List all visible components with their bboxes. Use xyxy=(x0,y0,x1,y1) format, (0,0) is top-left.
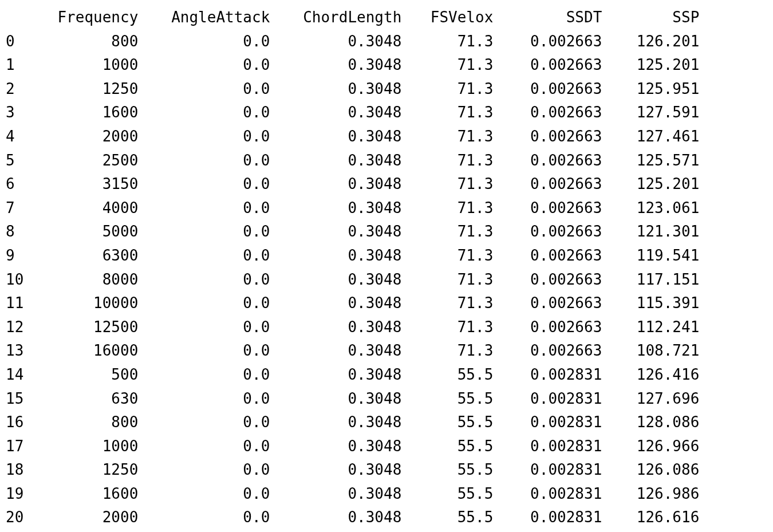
cell-angleattack: 0.0 xyxy=(138,291,270,316)
cell-chordlength: 0.3048 xyxy=(270,220,401,244)
cell-fsvelox: 71.3 xyxy=(401,30,493,54)
cell-ssdt: 0.002663 xyxy=(493,339,602,363)
cell-ssp: 126.201 xyxy=(602,30,699,54)
cell-chordlength: 0.3048 xyxy=(270,149,401,173)
cell-ssdt: 0.002831 xyxy=(493,363,602,387)
cell-chordlength: 0.3048 xyxy=(270,482,401,506)
cell-frequency: 2000 xyxy=(35,506,138,530)
cell-ssdt: 0.002831 xyxy=(493,387,602,411)
cell-chordlength: 0.3048 xyxy=(270,244,401,268)
cell-frequency: 2000 xyxy=(35,125,138,149)
cell-angleattack: 0.0 xyxy=(138,196,270,220)
row-index: 4 xyxy=(6,125,35,149)
cell-ssp: 112.241 xyxy=(602,316,699,340)
table-row: 08000.00.304871.30.002663126.201 xyxy=(6,30,699,54)
cell-frequency: 6300 xyxy=(35,244,138,268)
row-index: 19 xyxy=(6,482,35,506)
table-row: 1710000.00.304855.50.002831126.966 xyxy=(6,435,699,459)
cell-ssdt: 0.002663 xyxy=(493,30,602,54)
cell-fsvelox: 55.5 xyxy=(401,458,493,482)
cell-frequency: 4000 xyxy=(35,196,138,220)
row-index: 20 xyxy=(6,506,35,530)
row-index: 13 xyxy=(6,339,35,363)
cell-angleattack: 0.0 xyxy=(138,149,270,173)
cell-angleattack: 0.0 xyxy=(138,77,270,101)
cell-ssp: 115.391 xyxy=(602,291,699,316)
cell-chordlength: 0.3048 xyxy=(270,30,401,54)
row-index: 2 xyxy=(6,77,35,101)
table-row: 212500.00.304871.30.002663125.951 xyxy=(6,77,699,101)
cell-chordlength: 0.3048 xyxy=(270,411,401,435)
cell-frequency: 5000 xyxy=(35,220,138,244)
cell-fsvelox: 71.3 xyxy=(401,244,493,268)
cell-fsvelox: 71.3 xyxy=(401,125,493,149)
cell-angleattack: 0.0 xyxy=(138,458,270,482)
cell-ssdt: 0.002663 xyxy=(493,220,602,244)
cell-ssdt: 0.002663 xyxy=(493,291,602,316)
cell-ssdt: 0.002831 xyxy=(493,458,602,482)
row-index: 6 xyxy=(6,172,35,196)
cell-chordlength: 0.3048 xyxy=(270,506,401,530)
cell-ssp: 128.086 xyxy=(602,411,699,435)
cell-frequency: 2500 xyxy=(35,149,138,173)
row-index: 7 xyxy=(6,196,35,220)
cell-frequency: 1000 xyxy=(35,435,138,459)
cell-chordlength: 0.3048 xyxy=(270,339,401,363)
table-row: 2020000.00.304855.50.002831126.616 xyxy=(6,506,699,530)
cell-fsvelox: 71.3 xyxy=(401,268,493,292)
table-row: 11100000.00.304871.30.002663115.391 xyxy=(6,291,699,316)
cell-ssdt: 0.002663 xyxy=(493,53,602,77)
cell-ssdt: 0.002831 xyxy=(493,482,602,506)
cell-fsvelox: 71.3 xyxy=(401,339,493,363)
cell-ssdt: 0.002663 xyxy=(493,244,602,268)
cell-frequency: 10000 xyxy=(35,291,138,316)
table-row: 110000.00.304871.30.002663125.201 xyxy=(6,53,699,77)
cell-frequency: 800 xyxy=(35,411,138,435)
col-header-frequency: Frequency xyxy=(35,6,138,30)
cell-ssp: 127.461 xyxy=(602,125,699,149)
cell-fsvelox: 71.3 xyxy=(401,77,493,101)
cell-fsvelox: 55.5 xyxy=(401,363,493,387)
cell-angleattack: 0.0 xyxy=(138,125,270,149)
cell-chordlength: 0.3048 xyxy=(270,363,401,387)
cell-fsvelox: 71.3 xyxy=(401,149,493,173)
cell-ssp: 126.616 xyxy=(602,506,699,530)
dataframe-table: Frequency AngleAttack ChordLength FSVelo… xyxy=(6,6,699,530)
table-row: 631500.00.304871.30.002663125.201 xyxy=(6,172,699,196)
cell-angleattack: 0.0 xyxy=(138,101,270,125)
cell-ssp: 125.201 xyxy=(602,53,699,77)
cell-fsvelox: 71.3 xyxy=(401,291,493,316)
col-header-fsvelox: FSVelox xyxy=(401,6,493,30)
cell-angleattack: 0.0 xyxy=(138,339,270,363)
table-row: 13160000.00.304871.30.002663108.721 xyxy=(6,339,699,363)
cell-angleattack: 0.0 xyxy=(138,244,270,268)
cell-ssdt: 0.002663 xyxy=(493,125,602,149)
table-row: 156300.00.304855.50.002831127.696 xyxy=(6,387,699,411)
row-index: 17 xyxy=(6,435,35,459)
cell-angleattack: 0.0 xyxy=(138,268,270,292)
cell-chordlength: 0.3048 xyxy=(270,125,401,149)
cell-frequency: 630 xyxy=(35,387,138,411)
cell-ssdt: 0.002663 xyxy=(493,268,602,292)
cell-angleattack: 0.0 xyxy=(138,506,270,530)
cell-ssp: 125.571 xyxy=(602,149,699,173)
index-header xyxy=(6,6,35,30)
table-body: 08000.00.304871.30.002663126.201110000.0… xyxy=(6,30,699,530)
cell-fsvelox: 71.3 xyxy=(401,172,493,196)
table-row: 1080000.00.304871.30.002663117.151 xyxy=(6,268,699,292)
cell-ssdt: 0.002831 xyxy=(493,506,602,530)
cell-chordlength: 0.3048 xyxy=(270,458,401,482)
cell-fsvelox: 55.5 xyxy=(401,482,493,506)
cell-ssdt: 0.002831 xyxy=(493,435,602,459)
cell-frequency: 800 xyxy=(35,30,138,54)
row-index: 12 xyxy=(6,316,35,340)
cell-angleattack: 0.0 xyxy=(138,482,270,506)
cell-angleattack: 0.0 xyxy=(138,316,270,340)
cell-ssp: 119.541 xyxy=(602,244,699,268)
cell-chordlength: 0.3048 xyxy=(270,172,401,196)
cell-fsvelox: 71.3 xyxy=(401,220,493,244)
row-index: 3 xyxy=(6,101,35,125)
table-row: 525000.00.304871.30.002663125.571 xyxy=(6,149,699,173)
cell-chordlength: 0.3048 xyxy=(270,291,401,316)
row-index: 5 xyxy=(6,149,35,173)
